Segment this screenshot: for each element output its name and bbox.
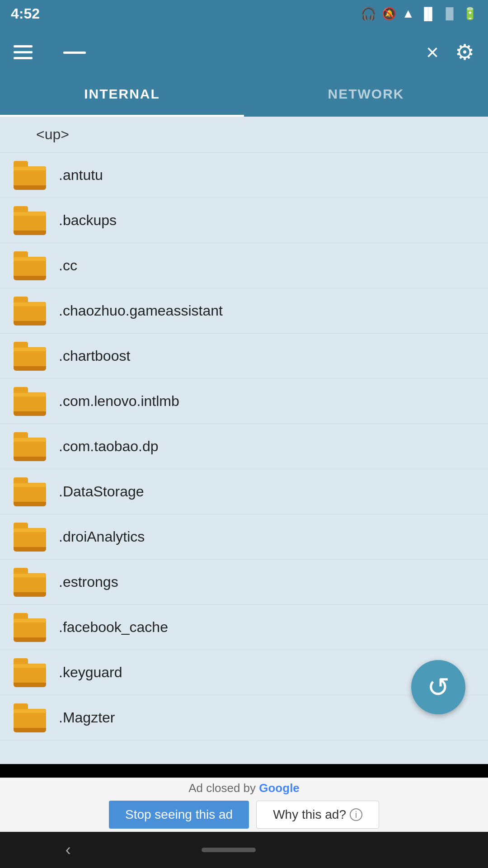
mute-icon: 🔕 (382, 7, 396, 21)
back-button[interactable]: ‹ (66, 840, 71, 859)
headphones-icon: 🎧 (361, 6, 376, 21)
folder-icon (14, 206, 46, 235)
file-name: .keyguard (59, 664, 122, 681)
refresh-fab[interactable]: ↺ (411, 660, 465, 714)
folder-icon (14, 568, 46, 597)
file-name: .com.lenovo.intlmb (59, 393, 179, 410)
folder-icon (14, 342, 46, 371)
folder-icon (14, 297, 46, 326)
list-item[interactable]: .antutu (0, 153, 488, 198)
file-name: .chartboost (59, 348, 130, 364)
app-bar: × ⚙ (0, 27, 488, 77)
menu-button[interactable] (14, 45, 33, 59)
folder-icon (14, 613, 46, 642)
list-item[interactable]: .droiAnalytics (0, 514, 488, 560)
list-item[interactable]: .facebook_cache (0, 605, 488, 650)
close-button[interactable]: × (426, 40, 439, 65)
list-item[interactable]: .cc (0, 243, 488, 288)
folder-icon (14, 161, 46, 190)
folder-icon (14, 432, 46, 461)
file-list: <up> .antutu .backups .cc (0, 117, 488, 764)
nav-bar: ‹ (0, 832, 488, 868)
file-name: .facebook_cache (59, 619, 168, 636)
file-name: .com.taobao.dp (59, 438, 159, 455)
tab-internal[interactable]: INTERNAL (0, 77, 244, 117)
list-item[interactable]: .com.lenovo.intlmb (0, 379, 488, 424)
list-item[interactable]: .com.taobao.dp (0, 424, 488, 469)
stop-seeing-button[interactable]: Stop seeing this ad (109, 801, 249, 829)
signal-icon: ▐▌ (420, 7, 436, 21)
folder-icon (14, 387, 46, 416)
settings-button[interactable]: ⚙ (455, 39, 474, 65)
file-name: .estrongs (59, 574, 118, 590)
list-item[interactable]: .Magzter (0, 695, 488, 741)
minimize-bar (63, 52, 86, 54)
folder-icon (14, 477, 46, 506)
tab-network[interactable]: NETWORK (244, 77, 488, 117)
tab-bar: INTERNAL NETWORK (0, 77, 488, 117)
refresh-icon: ↺ (427, 671, 450, 703)
ad-closed-text: Ad closed by Google (188, 781, 300, 795)
file-name: .DataStorage (59, 483, 144, 500)
list-item[interactable]: .estrongs (0, 560, 488, 605)
why-this-ad-button[interactable]: Why this ad? i (256, 801, 379, 829)
status-bar: 4:52 🎧 🔕 ▲ ▐▌ ▐▌ 🔋 (0, 0, 488, 27)
list-item[interactable]: .chaozhuo.gameassistant (0, 288, 488, 334)
list-item[interactable]: .chartboost (0, 334, 488, 379)
ad-bar: Ad closed by Google Stop seeing this ad … (0, 778, 488, 832)
file-name: .Magzter (59, 709, 115, 726)
battery-icon: 🔋 (463, 7, 477, 21)
file-name: .cc (59, 257, 77, 274)
home-button[interactable] (202, 848, 256, 852)
folder-icon (14, 251, 46, 280)
app-bar-actions: × ⚙ (426, 39, 474, 65)
folder-icon (14, 523, 46, 552)
wifi-icon: ▲ (402, 6, 414, 21)
file-name: .backups (59, 212, 117, 229)
file-name: .chaozhuo.gameassistant (59, 302, 223, 319)
status-time: 4:52 (11, 5, 40, 22)
folder-icon (14, 703, 46, 732)
up-label: <up> (36, 126, 69, 143)
up-navigation[interactable]: <up> (0, 117, 488, 153)
status-icons: 🎧 🔕 ▲ ▐▌ ▐▌ 🔋 (361, 6, 477, 21)
file-name: .droiAnalytics (59, 528, 145, 545)
info-icon: i (350, 808, 362, 821)
ad-actions: Stop seeing this ad Why this ad? i (109, 801, 379, 829)
list-item[interactable]: .backups (0, 198, 488, 243)
file-name: .antutu (59, 167, 103, 184)
signal-x-icon: ▐▌ (442, 7, 457, 20)
folder-icon (14, 658, 46, 687)
list-item[interactable]: .DataStorage (0, 469, 488, 514)
